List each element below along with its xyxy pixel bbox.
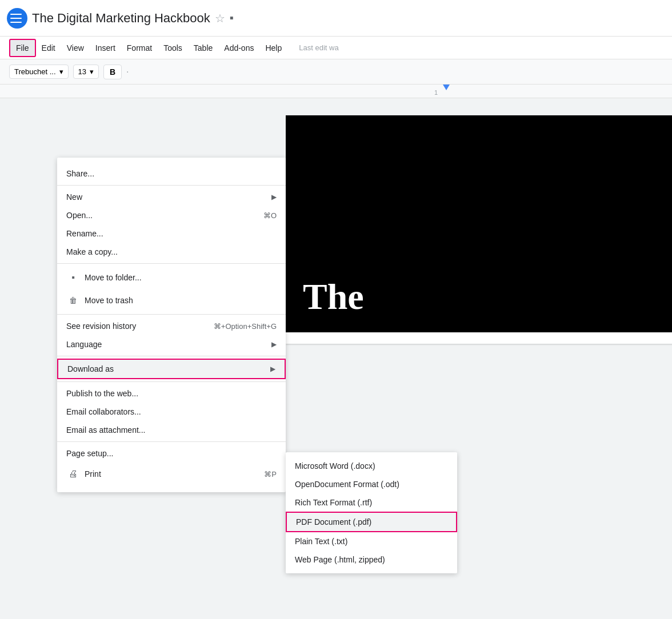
ruler-number: 1: [434, 89, 438, 96]
main-content: Share... New ▶ Open... ⌘O Rename... Make…: [0, 98, 672, 619]
menu-section-move: ▪ Move to folder... 🗑 Move to trash: [57, 264, 286, 315]
last-edit-label: Last edit wa: [299, 43, 338, 52]
file-menu-rename[interactable]: Rename...: [57, 224, 286, 243]
chevron-down-icon-2: ▾: [90, 67, 94, 76]
folder-icon-menu: ▪: [66, 271, 80, 284]
ruler: 1: [0, 85, 672, 98]
menu-item-insert[interactable]: Insert: [90, 40, 121, 56]
menu-item-view[interactable]: View: [61, 40, 90, 56]
menu-item-table[interactable]: Table: [188, 40, 218, 56]
arrow-icon-download: ▶: [270, 365, 275, 373]
file-menu-share[interactable]: Share...: [57, 164, 286, 183]
trash-icon: 🗑: [66, 294, 80, 307]
submenu-html[interactable]: Web Page (.html, zipped): [286, 550, 457, 569]
document-page: The: [286, 115, 672, 344]
submenu-txt[interactable]: Plain Text (.txt): [286, 532, 457, 550]
doc-title: The Digital Marketing Hackbook: [32, 11, 210, 26]
star-icon[interactable]: ☆: [215, 11, 225, 25]
file-menu-make-copy[interactable]: Make a copy...: [57, 243, 286, 261]
formatting-bar: Trebuchet ... ▾ 13 ▾ B ·: [0, 59, 672, 85]
file-menu-email-collaborators[interactable]: Email collaborators...: [57, 403, 286, 421]
folder-icon[interactable]: ▪: [230, 11, 234, 25]
menu-item-edit[interactable]: Edit: [36, 40, 61, 56]
more-options-icon: ·: [126, 67, 129, 77]
menu-section-file-ops: New ▶ Open... ⌘O Rename... Make a copy..…: [57, 186, 286, 264]
font-size-selector[interactable]: 13 ▾: [73, 65, 99, 79]
menu-section-share: Share...: [57, 162, 286, 186]
font-selector[interactable]: Trebuchet ... ▾: [9, 65, 69, 79]
menu-section-history: See revision history ⌘+Option+Shift+G La…: [57, 315, 286, 356]
file-menu-email-attachment[interactable]: Email as attachment...: [57, 421, 286, 439]
file-menu-new[interactable]: New ▶: [57, 188, 286, 206]
bold-button[interactable]: B: [103, 65, 122, 79]
file-menu-language[interactable]: Language ▶: [57, 335, 286, 353]
menu-section-download: Download as ▶: [57, 356, 286, 382]
submenu-odt[interactable]: OpenDocument Format (.odt): [286, 475, 457, 493]
download-as-submenu: Microsoft Word (.docx) OpenDocument Form…: [286, 452, 457, 573]
file-menu-page-setup[interactable]: Page setup...: [57, 444, 286, 463]
menu-item-addons[interactable]: Add-ons: [218, 40, 259, 56]
print-icon: 🖨: [66, 467, 80, 481]
top-bar: The Digital Marketing Hackbook ☆ ▪: [0, 0, 672, 37]
arrow-icon: ▶: [271, 193, 277, 201]
submenu-pdf[interactable]: PDF Document (.pdf): [286, 512, 457, 532]
file-dropdown-menu: Share... New ▶ Open... ⌘O Rename... Make…: [57, 158, 286, 492]
ruler-marker[interactable]: [443, 85, 450, 90]
file-menu-publish-web[interactable]: Publish to the web...: [57, 384, 286, 403]
arrow-icon-language: ▶: [271, 340, 277, 348]
file-menu-move-trash[interactable]: 🗑 Move to trash: [57, 289, 286, 312]
file-menu-open[interactable]: Open... ⌘O: [57, 206, 286, 224]
menu-item-file[interactable]: File: [9, 39, 36, 57]
menu-section-print: Page setup... 🖨 Print ⌘P: [57, 442, 286, 488]
file-menu-print[interactable]: 🖨 Print ⌘P: [57, 463, 286, 485]
chevron-down-icon: ▾: [59, 67, 63, 76]
menu-bar: File Edit View Insert Format Tools Table…: [0, 37, 672, 59]
submenu-rtf[interactable]: Rich Text Format (.rtf): [286, 493, 457, 512]
menu-item-tools[interactable]: Tools: [158, 40, 188, 56]
hamburger-icon[interactable]: [7, 8, 27, 29]
book-cover: The: [286, 115, 672, 332]
menu-item-help[interactable]: Help: [259, 40, 287, 56]
submenu-word[interactable]: Microsoft Word (.docx): [286, 457, 457, 475]
file-menu-revision-history[interactable]: See revision history ⌘+Option+Shift+G: [57, 317, 286, 335]
file-menu-move-folder[interactable]: ▪ Move to folder...: [57, 266, 286, 289]
menu-item-format[interactable]: Format: [121, 40, 158, 56]
book-title: The: [303, 279, 364, 315]
file-menu-download-as[interactable]: Download as ▶: [57, 359, 286, 379]
menu-section-publish: Publish to the web... Email collaborator…: [57, 382, 286, 442]
